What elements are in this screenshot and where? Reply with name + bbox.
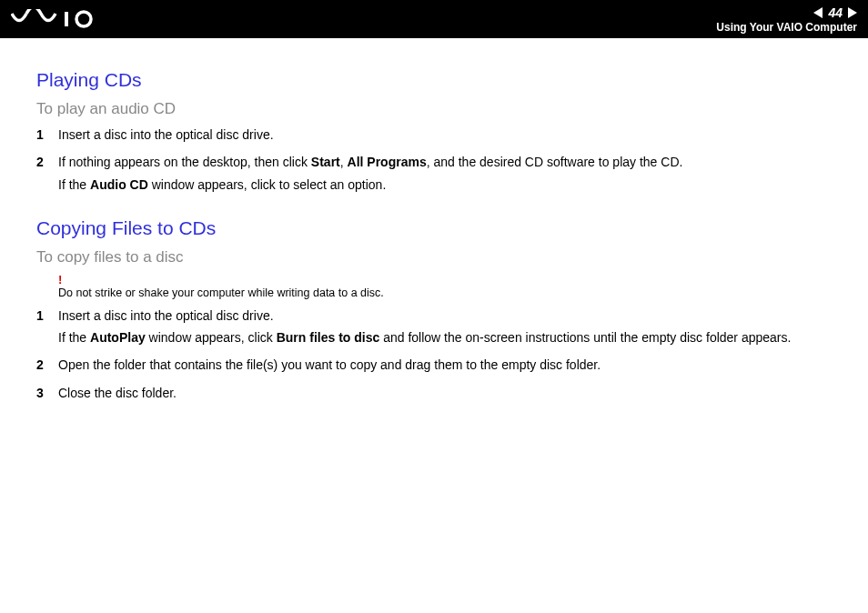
- list-item: 2 If nothing appears on the desktop, the…: [36, 153, 843, 197]
- step-body: Insert a disc into the optical disc driv…: [58, 306, 843, 351]
- step-text: Insert a disc into the optical disc driv…: [58, 126, 843, 144]
- page-content: Playing CDs To play an audio CD 1 Insert…: [0, 38, 868, 406]
- next-page-arrow-icon[interactable]: [848, 7, 857, 18]
- section-title-playing: Playing CDs: [36, 69, 843, 91]
- page-nav: 44: [813, 5, 857, 20]
- step-number: 3: [36, 384, 58, 406]
- step-text: Close the disc folder.: [58, 384, 843, 402]
- step-body: Close the disc folder.: [58, 384, 843, 406]
- step-text: Insert a disc into the optical disc driv…: [58, 306, 843, 325]
- vaio-logo: [11, 9, 111, 29]
- section-title-copying: Copying Files to CDs: [36, 217, 843, 239]
- warning-note: ! Do not strike or shake your computer w…: [58, 274, 843, 299]
- step-number: 1: [36, 126, 58, 147]
- step-body: If nothing appears on the desktop, then …: [58, 153, 843, 197]
- step-number: 1: [36, 306, 58, 351]
- step-text: If nothing appears on the desktop, then …: [58, 153, 843, 171]
- list-item: 3 Close the disc folder.: [36, 384, 843, 406]
- step-body: Insert a disc into the optical disc driv…: [58, 126, 843, 147]
- step-text: If the AutoPlay window appears, click Bu…: [58, 328, 843, 347]
- breadcrumb: Using Your VAIO Computer: [716, 21, 857, 34]
- step-number: 2: [36, 153, 58, 197]
- page-header: 44 Using Your VAIO Computer: [0, 0, 868, 38]
- step-body: Open the folder that contains the file(s…: [58, 356, 843, 377]
- list-item: 1 Insert a disc into the optical disc dr…: [36, 306, 843, 351]
- header-right: 44 Using Your VAIO Computer: [716, 5, 857, 34]
- svg-rect-0: [65, 12, 68, 26]
- page-number: 44: [828, 5, 843, 20]
- play-steps: 1 Insert a disc into the optical disc dr…: [36, 126, 843, 197]
- sub-title-play-audio: To play an audio CD: [36, 100, 843, 118]
- step-number: 2: [36, 356, 58, 377]
- list-item: 2 Open the folder that contains the file…: [36, 356, 843, 377]
- prev-page-arrow-icon[interactable]: [813, 7, 823, 18]
- list-item: 1 Insert a disc into the optical disc dr…: [36, 126, 843, 147]
- warning-icon: !: [58, 273, 62, 286]
- svg-point-1: [76, 12, 91, 26]
- step-text: Open the folder that contains the file(s…: [58, 356, 843, 374]
- copy-steps: 1 Insert a disc into the optical disc dr…: [36, 306, 843, 406]
- warning-text: Do not strike or shake your computer whi…: [58, 274, 843, 299]
- vaio-logo-svg: [11, 9, 111, 29]
- sub-title-copy-files: To copy files to a disc: [36, 248, 843, 266]
- step-text: If the Audio CD window appears, click to…: [58, 176, 843, 194]
